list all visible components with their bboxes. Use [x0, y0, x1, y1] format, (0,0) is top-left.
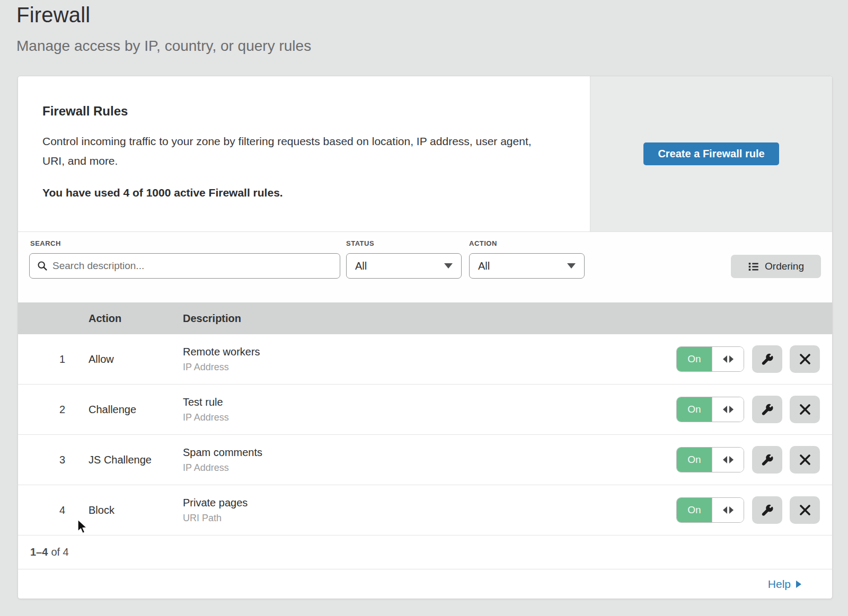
- wrench-icon: [761, 504, 774, 517]
- table-header: Action Description: [18, 302, 832, 334]
- pagination: 1–4 of 4: [18, 535, 832, 569]
- arrow-right-icon: [796, 581, 801, 588]
- rule-toggle[interactable]: On: [676, 497, 744, 523]
- edit-rule-button[interactable]: [752, 446, 782, 474]
- pagination-total: of 4: [51, 546, 68, 558]
- wrench-icon: [761, 403, 774, 416]
- toggle-drag-handle[interactable]: [712, 397, 744, 422]
- chevron-down-icon: [567, 263, 576, 269]
- toggle-drag-handle[interactable]: [712, 498, 744, 522]
- table-row: 2 Challenge Test rule IP Address On: [18, 385, 832, 435]
- status-select-value: All: [355, 260, 367, 272]
- card-footer: Help: [18, 569, 832, 599]
- rule-match-type: IP Address: [183, 362, 676, 373]
- rule-description: Spam comments: [183, 447, 676, 459]
- pagination-range: 1–4: [30, 546, 48, 558]
- column-description: Description: [183, 313, 676, 325]
- toggle-on-segment[interactable]: On: [677, 397, 712, 422]
- rule-controls: On: [676, 396, 832, 423]
- rule-priority: 1: [18, 353, 89, 365]
- help-link[interactable]: Help: [768, 578, 801, 591]
- rule-description: Remote workers: [183, 346, 676, 358]
- section-description: Control incoming traffic to your zone by…: [42, 131, 546, 171]
- create-firewall-rule-button[interactable]: Create a Firewall rule: [643, 142, 779, 165]
- toggle-on-segment[interactable]: On: [677, 498, 712, 522]
- rule-description: Private pages: [183, 497, 676, 509]
- action-select[interactable]: All: [469, 253, 585, 279]
- rule-action: Block: [89, 504, 183, 516]
- rule-priority: 3: [18, 454, 89, 466]
- toggle-drag-handle[interactable]: [712, 347, 744, 371]
- rule-description: Test rule: [183, 396, 676, 408]
- rule-toggle[interactable]: On: [676, 397, 744, 422]
- firewall-page: Firewall Manage access by IP, country, o…: [0, 0, 848, 616]
- ordering-button[interactable]: Ordering: [731, 255, 821, 278]
- search-icon: [37, 261, 48, 271]
- rule-toggle[interactable]: On: [676, 447, 744, 472]
- arrow-left-icon: [723, 406, 727, 413]
- delete-rule-button[interactable]: [790, 396, 820, 423]
- delete-rule-button[interactable]: [790, 345, 820, 373]
- create-rule-panel: Create a Firewall rule: [590, 76, 832, 231]
- rule-description-cell: Test rule IP Address: [183, 396, 676, 423]
- close-icon: [799, 454, 811, 466]
- filters-bar: SEARCH STATUS All ACTION All: [18, 232, 832, 302]
- status-select[interactable]: All: [346, 253, 462, 279]
- intro-section: Firewall Rules Control incoming traffic …: [18, 76, 590, 231]
- rule-description-cell: Private pages URI Path: [183, 497, 676, 524]
- rule-match-type: IP Address: [183, 462, 676, 474]
- rule-controls: On: [676, 345, 832, 373]
- table-row: 1 Allow Remote workers IP Address On: [18, 334, 832, 385]
- status-label: STATUS: [346, 239, 374, 247]
- chevron-down-icon: [444, 263, 453, 269]
- rule-action: Challenge: [89, 404, 183, 416]
- toggle-on-segment[interactable]: On: [677, 448, 712, 472]
- rule-priority: 4: [18, 504, 89, 516]
- firewall-rules-card: Firewall Rules Control incoming traffic …: [17, 76, 833, 599]
- page-subtitle: Manage access by IP, country, or query r…: [16, 38, 848, 55]
- column-action: Action: [89, 313, 183, 325]
- search-box[interactable]: [29, 253, 340, 279]
- table-row: 4 Block Private pages URI Path On: [18, 485, 832, 535]
- action-select-value: All: [478, 260, 490, 272]
- list-icon: [748, 261, 759, 272]
- rule-controls: On: [676, 496, 832, 524]
- rule-match-type: IP Address: [183, 412, 676, 423]
- edit-rule-button[interactable]: [752, 396, 782, 423]
- toggle-drag-handle[interactable]: [712, 448, 744, 472]
- rule-match-type: URI Path: [183, 513, 676, 524]
- usage-summary: You have used 4 of 1000 active Firewall …: [42, 186, 553, 199]
- wrench-icon: [761, 353, 774, 366]
- card-top-section: Firewall Rules Control incoming traffic …: [18, 76, 832, 232]
- edit-rule-button[interactable]: [752, 496, 782, 524]
- arrow-right-icon: [729, 456, 734, 463]
- arrow-right-icon: [729, 506, 734, 514]
- rule-description-cell: Remote workers IP Address: [183, 346, 676, 373]
- rule-toggle[interactable]: On: [676, 346, 744, 372]
- rule-description-cell: Spam comments IP Address: [183, 447, 676, 474]
- page-title: Firewall: [16, 3, 848, 27]
- arrow-left-icon: [723, 506, 727, 514]
- ordering-button-label: Ordering: [765, 261, 804, 272]
- rule-controls: On: [676, 446, 832, 474]
- arrow-left-icon: [723, 456, 727, 463]
- action-label: ACTION: [469, 239, 497, 247]
- page-header: Firewall Manage access by IP, country, o…: [0, 0, 848, 55]
- toggle-on-segment[interactable]: On: [677, 347, 712, 371]
- rule-action: Allow: [89, 353, 183, 365]
- search-label: SEARCH: [30, 239, 61, 247]
- arrow-right-icon: [729, 355, 734, 363]
- rule-priority: 2: [18, 404, 89, 416]
- rule-action: JS Challenge: [89, 454, 183, 466]
- arrow-right-icon: [729, 406, 734, 413]
- edit-rule-button[interactable]: [752, 345, 782, 373]
- delete-rule-button[interactable]: [790, 446, 820, 474]
- close-icon: [799, 353, 811, 365]
- close-icon: [799, 404, 811, 415]
- wrench-icon: [761, 453, 774, 467]
- delete-rule-button[interactable]: [790, 496, 820, 524]
- close-icon: [799, 504, 811, 516]
- section-heading: Firewall Rules: [42, 104, 553, 119]
- arrow-left-icon: [723, 355, 727, 363]
- search-input[interactable]: [52, 260, 332, 272]
